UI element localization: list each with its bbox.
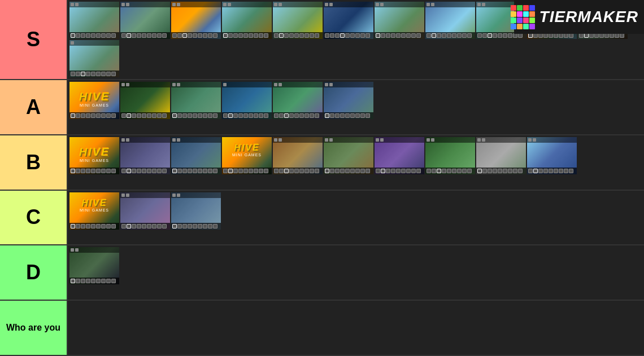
list-item[interactable]: HIVEMINI GAMES (69, 137, 119, 174)
tier-label-who: Who are you (0, 301, 68, 355)
tier-row-d: D (0, 245, 644, 301)
list-item[interactable] (222, 2, 272, 39)
list-item[interactable] (425, 2, 475, 39)
tier-items-c: HIVEMINI GAMES (68, 191, 644, 245)
list-item[interactable] (375, 2, 424, 39)
tier-row-c: C HIVEMINI GAMES (0, 191, 644, 246)
tier-row-a: A HIVEMINI GAMES (0, 80, 644, 135)
list-item[interactable] (527, 137, 577, 174)
tier-items-a: HIVEMINI GAMES (68, 80, 644, 134)
list-item[interactable] (324, 137, 373, 174)
tier-label-b: B (0, 135, 68, 190)
tier-row-who: Who are you (0, 301, 644, 356)
list-item[interactable] (273, 137, 323, 174)
list-item[interactable] (69, 247, 119, 284)
list-item[interactable] (69, 2, 119, 39)
tier-label-s: S (0, 0, 68, 79)
tier-row-b: B HIVEMINI GAMES HIVEMINI GAMES (0, 135, 644, 191)
list-item[interactable] (171, 192, 221, 230)
list-item[interactable] (120, 137, 170, 174)
list-item[interactable] (171, 2, 221, 39)
logo-grid-icon (511, 5, 535, 29)
tier-items-who (68, 301, 644, 355)
list-item[interactable] (476, 137, 526, 174)
tier-label-c: C (0, 191, 68, 245)
tier-label-a: A (0, 80, 68, 134)
list-item[interactable] (171, 137, 221, 174)
list-item[interactable] (273, 2, 323, 39)
list-item[interactable] (120, 2, 170, 39)
tier-items-b: HIVEMINI GAMES HIVEMINI GAMES (68, 135, 644, 190)
tiermaker-logo: TiERMAKER (514, 0, 644, 34)
list-item[interactable] (425, 137, 475, 174)
list-item[interactable] (171, 82, 221, 119)
list-item[interactable] (375, 137, 424, 174)
list-item[interactable] (120, 192, 170, 230)
list-item[interactable] (222, 82, 272, 119)
list-item[interactable]: HIVEMINI GAMES (222, 137, 272, 174)
tier-list: TiERMAKER S A HIVEMINI GAMES (0, 0, 644, 356)
logo-text: TiERMAKER (539, 8, 638, 26)
tier-items-d (68, 245, 644, 300)
list-item[interactable] (69, 40, 119, 77)
list-item[interactable]: HIVEMINI GAMES (69, 82, 119, 119)
list-item[interactable] (120, 82, 170, 119)
list-item[interactable] (273, 82, 323, 119)
list-item[interactable] (324, 2, 373, 39)
tier-label-d: D (0, 245, 68, 300)
list-item[interactable]: HIVEMINI GAMES (69, 192, 119, 230)
list-item[interactable] (324, 82, 373, 119)
